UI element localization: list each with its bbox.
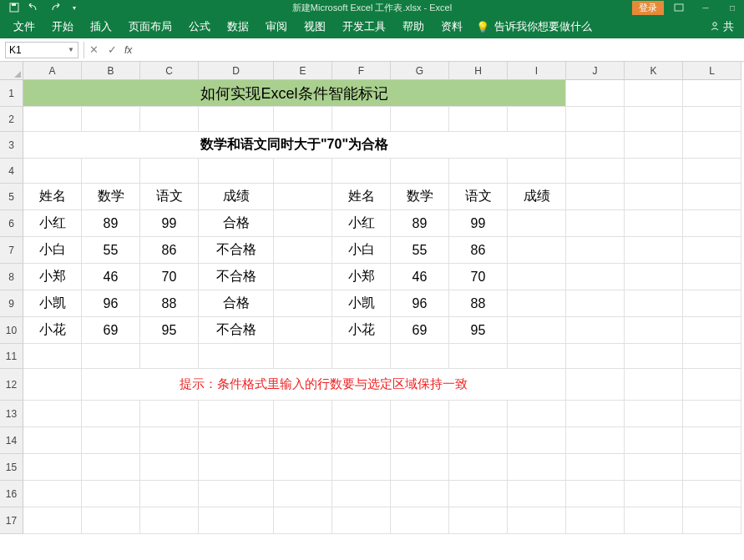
cell-G14[interactable] <box>391 427 449 454</box>
cell-D8[interactable]: 不合格 <box>199 264 274 290</box>
cell-I16[interactable] <box>508 481 566 507</box>
cell-A4[interactable] <box>23 159 82 184</box>
cell-I13[interactable] <box>508 401 566 427</box>
row-header-10[interactable]: 10 <box>0 317 23 344</box>
cell-E8[interactable] <box>274 264 332 290</box>
cell-L5[interactable] <box>683 184 741 210</box>
cell-J17[interactable] <box>566 507 625 534</box>
cell-D5[interactable]: 成绩 <box>199 184 274 210</box>
cell-I11[interactable] <box>508 344 566 369</box>
cell-B4[interactable] <box>82 159 140 184</box>
cell-C8[interactable]: 70 <box>140 264 199 290</box>
cell-B16[interactable] <box>82 481 140 507</box>
cell-I6[interactable] <box>508 210 566 237</box>
cell-B11[interactable] <box>82 344 140 369</box>
cell-G4[interactable] <box>391 159 449 184</box>
cell-F13[interactable] <box>332 401 391 427</box>
cell-C5[interactable]: 语文 <box>140 184 199 210</box>
cell-I14[interactable] <box>508 427 566 454</box>
cell-K8[interactable] <box>625 264 683 290</box>
cell-L1[interactable] <box>683 80 741 107</box>
cell-B15[interactable] <box>82 454 140 481</box>
qat-dropdown-icon[interactable]: ▾ <box>68 2 80 13</box>
cell-A8[interactable]: 小郑 <box>23 264 82 290</box>
maximize-icon[interactable]: □ <box>721 0 744 15</box>
cell-J1[interactable] <box>566 80 625 107</box>
chevron-down-icon[interactable]: ▼ <box>68 46 74 53</box>
cell-H10[interactable]: 95 <box>449 317 508 344</box>
col-header-B[interactable]: B <box>82 62 140 80</box>
formula-input[interactable] <box>135 42 744 58</box>
cell-F14[interactable] <box>332 427 391 454</box>
cell-E2[interactable] <box>274 107 332 132</box>
cell-E7[interactable] <box>274 237 332 264</box>
cell-J11[interactable] <box>566 344 625 369</box>
cell-B6[interactable]: 89 <box>82 210 140 237</box>
cell-G8[interactable]: 46 <box>391 264 449 290</box>
cell-C13[interactable] <box>140 401 199 427</box>
cell-K16[interactable] <box>625 481 683 507</box>
cell-E17[interactable] <box>274 507 332 534</box>
cell-D16[interactable] <box>199 481 274 507</box>
cell-I7[interactable] <box>508 237 566 264</box>
cell-C15[interactable] <box>140 454 199 481</box>
cell-L9[interactable] <box>683 290 741 317</box>
cell-L13[interactable] <box>683 401 741 427</box>
cell-H6[interactable]: 99 <box>449 210 508 237</box>
cell-G2[interactable] <box>391 107 449 132</box>
col-header-G[interactable]: G <box>391 62 449 80</box>
cell-B10[interactable]: 69 <box>82 317 140 344</box>
cell-I5[interactable]: 成绩 <box>508 184 566 210</box>
ribbon-tab-1[interactable]: 开始 <box>43 15 82 38</box>
select-all-corner[interactable] <box>0 62 23 80</box>
cell-B13[interactable] <box>82 401 140 427</box>
cell-A2[interactable] <box>23 107 82 132</box>
cell-L8[interactable] <box>683 264 741 290</box>
cell-A17[interactable] <box>23 507 82 534</box>
cell-A9[interactable]: 小凯 <box>23 290 82 317</box>
cell-A15[interactable] <box>23 454 82 481</box>
cell-J13[interactable] <box>566 401 625 427</box>
cell-A7[interactable]: 小白 <box>23 237 82 264</box>
row-header-2[interactable]: 2 <box>0 107 23 132</box>
cell-G11[interactable] <box>391 344 449 369</box>
cell-J14[interactable] <box>566 427 625 454</box>
cell-H13[interactable] <box>449 401 508 427</box>
row-header-9[interactable]: 9 <box>0 290 23 317</box>
cell-E6[interactable] <box>274 210 332 237</box>
cell-E13[interactable] <box>274 401 332 427</box>
cell-D13[interactable] <box>199 401 274 427</box>
cell-H4[interactable] <box>449 159 508 184</box>
cell-L7[interactable] <box>683 237 741 264</box>
cell-F7[interactable]: 小白 <box>332 237 391 264</box>
ribbon-tab-8[interactable]: 开发工具 <box>334 15 394 38</box>
cell-K4[interactable] <box>625 159 683 184</box>
col-header-L[interactable]: L <box>683 62 741 80</box>
share-button[interactable]: 共 <box>710 19 739 34</box>
ribbon-tab-10[interactable]: 资料 <box>433 15 471 38</box>
save-icon[interactable] <box>8 2 20 13</box>
cell-C16[interactable] <box>140 481 199 507</box>
cell-L15[interactable] <box>683 454 741 481</box>
cell-I2[interactable] <box>508 107 566 132</box>
cell-A14[interactable] <box>23 427 82 454</box>
cell-K6[interactable] <box>625 210 683 237</box>
row-header-8[interactable]: 8 <box>0 264 23 290</box>
cell-I8[interactable] <box>508 264 566 290</box>
cell-L3[interactable] <box>683 132 741 159</box>
cell-F8[interactable]: 小郑 <box>332 264 391 290</box>
col-header-I[interactable]: I <box>508 62 566 80</box>
cell-F10[interactable]: 小花 <box>332 317 391 344</box>
col-header-H[interactable]: H <box>449 62 508 80</box>
cell-K2[interactable] <box>625 107 683 132</box>
col-header-C[interactable]: C <box>140 62 199 80</box>
cell-C10[interactable]: 95 <box>140 317 199 344</box>
cell-C17[interactable] <box>140 507 199 534</box>
cell-A16[interactable] <box>23 481 82 507</box>
cell-E15[interactable] <box>274 454 332 481</box>
cells-area[interactable]: 如何实现Excel条件智能标记数学和语文同时大于"70"为合格姓名数学语文成绩姓… <box>23 80 741 534</box>
cell-D6[interactable]: 合格 <box>199 210 274 237</box>
cell-K11[interactable] <box>625 344 683 369</box>
cell-J6[interactable] <box>566 210 625 237</box>
cell-K3[interactable] <box>625 132 683 159</box>
